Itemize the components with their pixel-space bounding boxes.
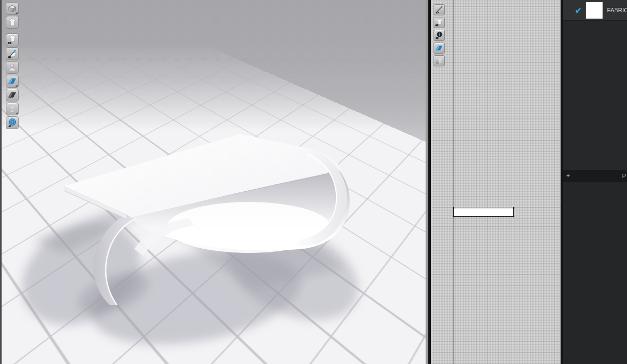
fabric-swatch[interactable] xyxy=(586,2,603,19)
show-pattern-fabric-button[interactable] xyxy=(434,43,445,54)
3d-viewport[interactable] xyxy=(2,0,426,364)
tshirt-locked-icon xyxy=(435,56,444,65)
app-window: ✔ FABRIC 2 ✦ P xyxy=(0,0,627,364)
property-section-bar[interactable]: ✦ P xyxy=(563,169,627,182)
fabric-label: FABRIC 2 xyxy=(607,7,627,13)
property-bar-label: P xyxy=(622,173,626,179)
2d-pattern-panel[interactable] xyxy=(431,0,561,364)
show-garment-button[interactable] xyxy=(6,16,19,29)
submenu-corner xyxy=(15,12,18,14)
show-fabric-blue-button[interactable] xyxy=(6,75,19,88)
show-environment-button[interactable] xyxy=(6,116,19,129)
fabric-list-item[interactable]: ✔ FABRIC 2 xyxy=(563,0,627,21)
fabric-fold-blue-icon xyxy=(435,44,444,53)
table-model[interactable] xyxy=(2,0,426,364)
show-pattern-garment-button[interactable] xyxy=(434,17,445,28)
tshirt-visibility-icon xyxy=(7,35,18,45)
pattern-grid-guide-horizontal xyxy=(431,226,561,226)
collapse-arrow-icon: ✦ xyxy=(566,173,570,179)
pattern-point[interactable] xyxy=(513,207,514,209)
show-3d-box-button[interactable] xyxy=(6,2,19,15)
show-pins-button[interactable] xyxy=(6,47,19,60)
tshirt-icon xyxy=(7,17,18,28)
show-avatar-button[interactable] xyxy=(6,61,19,74)
property-empty-area xyxy=(563,182,627,364)
show-stitches-button[interactable] xyxy=(434,4,445,15)
2d-show-toolbar xyxy=(434,4,445,68)
show-avatar-head-button[interactable] xyxy=(6,103,19,115)
avatar-icon xyxy=(7,62,18,73)
info-visibility-icon xyxy=(435,31,444,40)
3d-show-toolbar xyxy=(6,2,19,130)
browser-empty-area xyxy=(563,21,627,169)
submenu-corner xyxy=(15,112,18,114)
pattern-piece[interactable] xyxy=(453,208,514,217)
show-3d-garment-button[interactable] xyxy=(6,33,19,46)
lock-pattern-button[interactable] xyxy=(434,55,445,66)
fabric-fold-dark-icon xyxy=(7,90,18,100)
panel-divider-3d-2d[interactable] xyxy=(426,0,431,364)
pattern-grid-guide-vertical xyxy=(453,0,454,364)
object-browser-panel: ✔ FABRIC 2 ✦ P xyxy=(563,0,627,364)
show-pattern-info-button[interactable] xyxy=(434,30,445,41)
pattern-point[interactable] xyxy=(513,216,514,217)
show-fabric-dark-button[interactable] xyxy=(6,89,19,101)
submenu-corner xyxy=(15,84,18,87)
tshirt-visibility-icon xyxy=(435,18,444,27)
pattern-point[interactable] xyxy=(453,207,454,209)
globe-icon xyxy=(7,117,18,128)
pattern-point[interactable] xyxy=(453,216,454,217)
pin-visibility-icon xyxy=(7,48,18,59)
fabric-checkmark-icon[interactable]: ✔ xyxy=(575,6,582,14)
needle-visibility-icon xyxy=(435,5,444,14)
